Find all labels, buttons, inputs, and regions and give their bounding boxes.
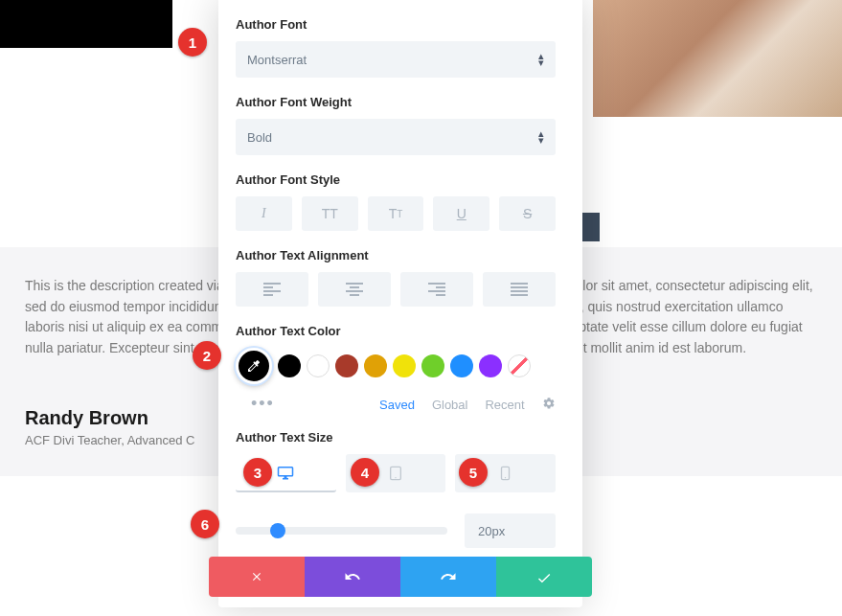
size-input-value: 20px [478, 524, 505, 538]
marker-1: 1 [178, 28, 207, 57]
style-smallcaps-button[interactable]: TT [368, 196, 424, 231]
marker-5: 5 [459, 458, 488, 487]
size-input[interactable]: 20px [465, 513, 556, 548]
swatch-yellow[interactable] [393, 354, 416, 377]
desktop-icon [277, 465, 294, 480]
align-right-icon [428, 283, 445, 296]
caret-icon: ▴▾ [538, 53, 544, 65]
marker-4: 4 [351, 458, 379, 487]
eyedropper-icon [246, 358, 262, 374]
label-author-text-alignment: Author Text Alignment [236, 248, 556, 262]
marker-2: 2 [193, 341, 221, 370]
label-author-text-size: Author Text Size [236, 430, 556, 445]
save-button[interactable] [496, 557, 592, 597]
redo-button[interactable] [400, 557, 496, 597]
bg-image-block [593, 0, 842, 117]
redo-icon [440, 568, 457, 585]
label-author-font: Author Font [236, 17, 556, 32]
action-bar [209, 557, 592, 597]
label-author-text-color: Author Text Color [236, 324, 556, 338]
swatch-brown[interactable] [335, 354, 358, 377]
swatch-black[interactable] [278, 354, 301, 377]
align-justify-icon [511, 283, 528, 296]
field-author-text-color: Author Text Color ••• Saved Global Recen… [236, 324, 556, 413]
marker-6: 6 [191, 510, 219, 538]
settings-panel: Author Font Montserrat ▴▾ Author Font We… [218, 0, 582, 607]
size-slider-thumb[interactable] [270, 523, 285, 538]
style-uppercase-button[interactable]: TT [302, 196, 358, 231]
align-left-icon [263, 283, 281, 296]
style-strikethrough-button[interactable]: S [499, 196, 556, 231]
label-author-font-style: Author Font Style [236, 172, 556, 187]
field-author-font-style: Author Font Style I TT TT U S [236, 172, 556, 231]
align-right-button[interactable] [400, 272, 473, 307]
select-author-font-weight[interactable]: Bold ▴▾ [236, 119, 556, 155]
align-justify-button[interactable] [483, 272, 556, 307]
swatch-purple[interactable] [479, 354, 502, 377]
size-slider[interactable] [236, 527, 447, 535]
field-author-text-size: Author Text Size 20px [236, 430, 556, 548]
undo-icon [344, 568, 361, 585]
marker-3: 3 [243, 458, 272, 487]
gear-icon [542, 397, 556, 410]
svg-point-17 [395, 477, 396, 478]
align-center-button[interactable] [318, 272, 391, 307]
label-author-font-weight: Author Font Weight [236, 95, 556, 109]
tab-recent[interactable]: Recent [485, 398, 524, 412]
eyedropper-button[interactable] [236, 348, 272, 384]
style-italic-button[interactable]: I [236, 196, 292, 231]
swatch-white[interactable] [307, 354, 330, 377]
select-author-font-weight-value: Bold [247, 130, 272, 145]
svg-point-19 [505, 477, 506, 478]
tablet-icon [389, 466, 402, 481]
align-left-button[interactable] [236, 272, 308, 307]
color-settings-button[interactable] [542, 397, 556, 413]
undo-button[interactable] [305, 557, 400, 597]
swatch-orange[interactable] [364, 354, 387, 377]
caret-icon: ▴▾ [538, 130, 544, 143]
phone-icon [500, 466, 511, 481]
style-underline-button[interactable]: U [433, 196, 489, 231]
swatch-green[interactable] [421, 354, 444, 377]
bg-accent-stripe [582, 213, 600, 241]
bg-dark-block [0, 0, 172, 48]
tab-global[interactable]: Global [432, 398, 468, 412]
select-author-font[interactable]: Montserrat ▴▾ [236, 41, 556, 78]
tab-saved[interactable]: Saved [379, 398, 415, 412]
field-author-text-alignment: Author Text Alignment [236, 248, 556, 307]
cancel-button[interactable] [209, 557, 305, 597]
swatch-blue[interactable] [450, 354, 473, 377]
close-icon [250, 570, 263, 583]
field-author-font-weight: Author Font Weight Bold ▴▾ [236, 95, 556, 155]
field-author-font: Author Font Montserrat ▴▾ [236, 17, 556, 78]
swatch-transparent[interactable] [508, 354, 531, 377]
select-author-font-value: Montserrat [247, 53, 307, 67]
align-center-icon [346, 283, 363, 296]
check-icon [535, 570, 553, 583]
